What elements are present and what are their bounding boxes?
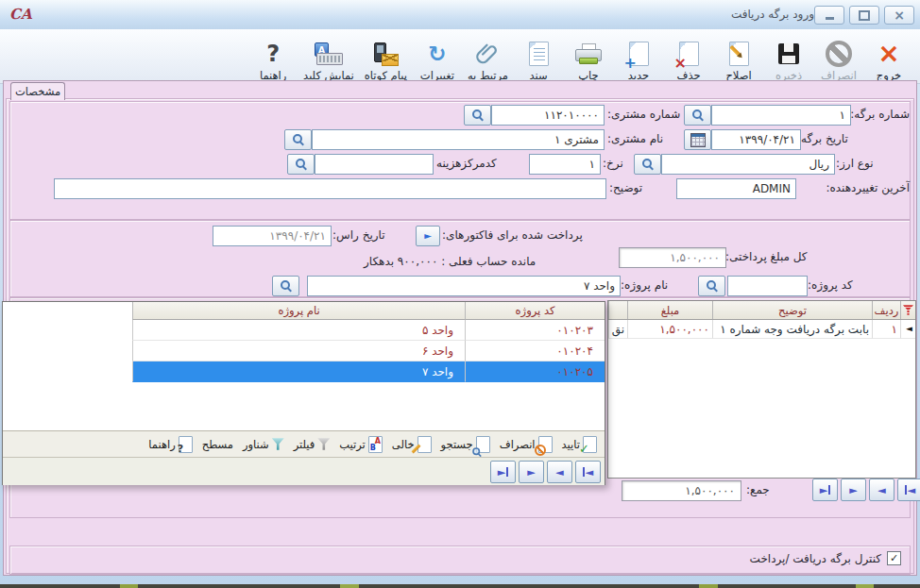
lookup-row[interactable]: ۰۱۰۲۰۳ واحد ۵ [3,320,605,341]
sms-icon [373,42,399,66]
last-editor-label: آخرین تغییردهنده: [826,181,910,194]
changes-button[interactable]: تغییرات [414,31,461,82]
project-name-lookup-button[interactable] [272,276,299,296]
lookup-nav-first-button[interactable]: ◄ [575,461,601,483]
filter-icon [903,305,913,315]
grid-nav-last-button[interactable]: ► [812,479,838,501]
lookup-row[interactable]: ۰۱۰۲۰۴ واحد ۶ [3,341,605,361]
voucher-number-lookup-button[interactable] [684,105,711,126]
filter-icon [317,438,330,450]
control-voucher-row: ✓ کنترل برگه دریافت /پرداخت [750,551,901,565]
rate-field[interactable]: ۱ [529,154,601,175]
lookup-sort-button[interactable]: ترتیب [339,436,383,453]
close-icon: × [894,8,905,22]
project-code-field[interactable] [727,276,808,296]
note-field[interactable] [54,178,606,199]
grid-nav-buttons: ► ► ◄ ◄ [812,479,920,501]
maximize-button[interactable] [849,6,879,25]
lookup-floating-button[interactable]: شناور [243,438,284,451]
grid-col-row[interactable]: ردیف [872,301,900,319]
maximize-icon [859,10,870,21]
lookup-nav-next-button[interactable]: ► [519,461,544,483]
grid-row[interactable]: ◄ ۱ بابت برگه دریافت وجه شماره ۱ ۱,۵۰۰,۰… [608,320,915,339]
help-icon: ? [266,42,280,65]
printer-icon [575,43,602,64]
cost-center-field[interactable] [315,154,434,175]
current-balance-text: مانده حساب فعلی : ۹۰۰,۰۰۰ بدهکار [364,255,536,268]
lookup-help-button[interactable]: راهنما [148,436,192,453]
sms-button[interactable]: پیام کوتاه [361,31,411,82]
main-toolbar: × خروج انصراف ذخیره اصلاح × حذف + جدید چ… [0,29,920,84]
calendar-button[interactable] [684,129,711,150]
new-button[interactable]: + جدید [615,31,662,82]
customer-number-field[interactable]: ۱۱۲۰۱۰۰۰۰ [491,105,605,126]
project-code-lookup-button[interactable] [698,276,725,296]
title-bar: CA ورود برگه دریافت × [0,0,920,30]
customer-number-lookup-button[interactable] [464,105,491,126]
due-date-label: تاریخ راس: [332,228,385,242]
lookup-cancel-button[interactable]: انصراف [500,436,553,453]
exit-button[interactable]: × خروج [865,31,912,82]
lookup-empty-button[interactable]: خالی [392,436,432,453]
grid-col-cut[interactable] [608,301,627,319]
voucher-date-field[interactable]: ۱۳۹۹/۰۴/۲۱ [711,129,801,150]
close-button[interactable]: × [884,6,914,25]
cancel-button[interactable]: انصراف [815,31,862,82]
project-code-label: کد پروژه: [808,278,853,292]
grid-col-description[interactable]: توضیح [712,301,872,319]
currency-lookup-button[interactable] [634,154,661,175]
lookup-col-name[interactable]: نام پروژه [132,302,465,320]
grid-filter-header[interactable] [900,301,915,319]
paid-for-invoices-label: پرداخت شده برای فاکتورهای: [442,228,583,242]
save-button[interactable]: ذخیره [765,31,812,82]
lookup-nav-last-button[interactable]: ► [490,461,516,483]
last-editor-field: ADMIN [676,178,796,199]
tab-specifications[interactable]: مشخصات [10,82,65,100]
customer-name-field[interactable]: مشتری ۱ [312,129,605,150]
help-button[interactable]: ? راهنما [249,31,297,82]
voucher-number-label: شماره برگه: [850,108,910,121]
empty-icon [417,436,432,453]
project-name-field[interactable]: واحد ۷ [307,276,621,296]
control-voucher-checkbox[interactable]: ✓ [887,551,901,565]
confirm-label: تایید [562,438,580,451]
customer-name-lookup-button[interactable] [284,129,312,150]
lookup-nav-prev-button[interactable]: ◄ [547,461,572,483]
grid-col-amount[interactable]: مبلغ [627,301,712,319]
voucher-number-field[interactable]: ۱ [711,105,851,126]
lookup-filter-button[interactable]: فیلتر [294,438,331,451]
lookup-col-code[interactable]: کد پروژه [465,302,605,320]
grid-nav-prev-button[interactable]: ◄ [869,479,894,501]
desktop-edge-strip [0,584,920,588]
expand-invoices-button[interactable]: ► [416,226,440,246]
detail-grid: ردیف توضیح مبلغ ◄ ۱ بابت برگه دریافت وجه… [607,300,916,479]
currency-field[interactable]: ریال [661,154,835,175]
lookup-flat-button[interactable]: مسطح [202,438,233,451]
document-icon [529,42,549,66]
cost-center-lookup-button[interactable] [287,154,315,175]
grid-nav-next-button[interactable]: ► [841,479,866,501]
search-icon [472,109,484,121]
print-button[interactable]: چاپ [565,31,612,82]
due-date-field[interactable]: ۱۳۹۹/۰۴/۲۱ [213,226,332,246]
document-button[interactable]: سند [515,31,562,82]
lookup-confirm-button[interactable]: تایید [562,436,597,453]
total-paid-value: ۱,۵۰۰,۰۰۰ [619,247,726,268]
minimize-button[interactable] [814,6,844,25]
show-keys-button[interactable]: A نمایش کلید [299,31,358,82]
minimize-icon [826,17,834,20]
delete-icon: × [679,42,699,66]
save-icon [778,43,799,64]
grid-nav-first-button[interactable]: ◄ [897,479,920,501]
play-icon: ► [424,231,432,241]
lookup-search-button[interactable]: جستجو [441,436,490,453]
cancel-label: انصراف [500,438,536,451]
search-icon [707,280,718,292]
related-button[interactable]: مرتبط به [464,31,512,82]
edit-button[interactable]: اصلاح [715,31,762,82]
row-cut-cell: نق [608,320,627,339]
delete-button[interactable]: × حذف [665,31,712,82]
app-logo: CA [9,6,32,23]
search-icon [642,159,654,170]
lookup-row-selected[interactable]: ۰۱۰۲۰۵ واحد ۷ [3,361,605,382]
